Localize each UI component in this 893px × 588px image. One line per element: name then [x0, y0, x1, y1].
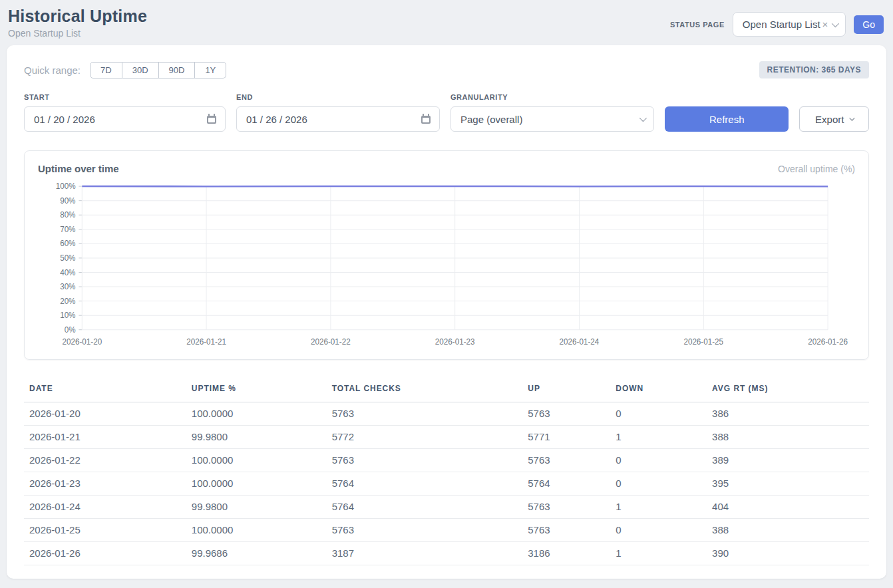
avg-rt-cell: 404 — [707, 496, 869, 519]
table-row: 2026-01-2499.9800576457631404 — [24, 496, 869, 519]
table-header-row: DATEUPTIME %TOTAL CHECKSUPDOWNAVG RT (MS… — [24, 377, 869, 402]
down-cell: 1 — [610, 496, 707, 519]
table-row: 2026-01-22100.0000576357630389 — [24, 449, 869, 472]
down-cell: 0 — [610, 449, 707, 472]
granularity-field: GRANULARITY Page (overall) — [450, 93, 654, 132]
status-page-selected-value: Open Startup List — [743, 19, 820, 30]
x-axis-label: 2026-01-25 — [683, 337, 723, 347]
quick-range-row: Quick range: 7D30D90D1Y RETENTION: 365 D… — [24, 61, 869, 78]
avg-rt-cell: 389 — [707, 449, 869, 472]
table-row: 2026-01-20100.0000576357630386 — [24, 402, 869, 426]
end-date-label: END — [236, 93, 440, 101]
calendar-icon[interactable] — [421, 116, 431, 124]
start-date-field: START 01 / 20 / 2026 — [24, 93, 226, 132]
down-cell: 0 — [610, 519, 707, 542]
column-header-uptime: UPTIME % — [186, 377, 327, 402]
quick-range-90d[interactable]: 90D — [159, 62, 196, 78]
retention-badge: RETENTION: 365 DAYS — [759, 61, 869, 78]
y-axis-label: 20% — [60, 296, 76, 305]
quick-range-1y[interactable]: 1Y — [195, 62, 226, 78]
up-cell: 5763 — [522, 519, 610, 542]
total-checks-cell: 5763 — [327, 519, 523, 542]
chart-title: Uptime over time — [38, 163, 119, 174]
date-cell: 2026-01-23 — [24, 472, 186, 496]
y-axis-label: 30% — [60, 282, 76, 291]
quick-range-group: Quick range: 7D30D90D1Y — [24, 62, 226, 78]
start-date-input[interactable]: 01 / 20 / 2026 — [24, 106, 226, 132]
table-row: 2026-01-25100.0000576357630388 — [24, 519, 869, 542]
y-axis-label: 60% — [60, 239, 76, 248]
uptime-table: DATEUPTIME %TOTAL CHECKSUPDOWNAVG RT (MS… — [24, 377, 869, 565]
column-header-down: DOWN — [610, 377, 707, 402]
refresh-button[interactable]: Refresh — [665, 106, 789, 132]
chevron-down-icon — [639, 114, 647, 122]
y-axis-label: 50% — [60, 253, 76, 263]
x-axis-label: 2026-01-23 — [435, 337, 475, 347]
uptime-cell: 99.9686 — [186, 542, 327, 565]
status-page-label: STATUS PAGE — [670, 21, 725, 29]
y-axis-label: 40% — [60, 267, 76, 277]
quick-range-7d[interactable]: 7D — [90, 62, 122, 78]
up-cell: 5763 — [522, 402, 610, 426]
uptime-cell: 99.9800 — [186, 426, 327, 449]
down-cell: 1 — [610, 426, 707, 449]
uptime-cell: 100.0000 — [186, 402, 327, 426]
quick-range-label: Quick range: — [24, 65, 81, 76]
avg-rt-cell: 386 — [707, 402, 869, 426]
y-axis-label: 70% — [60, 225, 76, 234]
down-cell: 0 — [610, 402, 707, 426]
uptime-cell: 99.9800 — [186, 496, 327, 519]
avg-rt-cell: 395 — [707, 472, 869, 496]
chart-legend: Overall uptime (%) — [778, 164, 855, 174]
quick-range-30d[interactable]: 30D — [122, 62, 159, 78]
up-cell: 5771 — [522, 426, 610, 449]
calendar-icon[interactable] — [207, 116, 216, 124]
date-cell: 2026-01-26 — [24, 542, 186, 565]
column-header-avg-rt: AVG RT (MS) — [707, 377, 869, 402]
column-header-total-checks: TOTAL CHECKS — [327, 377, 523, 402]
uptime-cell: 100.0000 — [186, 449, 327, 472]
y-axis-label: 80% — [60, 210, 76, 220]
total-checks-cell: 5763 — [327, 402, 523, 426]
export-button-label: Export — [815, 114, 844, 125]
y-axis-label: 100% — [56, 182, 76, 191]
quick-range-buttons: 7D30D90D1Y — [90, 62, 226, 78]
date-cell: 2026-01-20 — [24, 402, 186, 426]
up-cell: 3186 — [522, 542, 610, 565]
end-date-input[interactable]: 01 / 26 / 2026 — [236, 106, 440, 132]
x-axis-label: 2026-01-22 — [311, 337, 351, 347]
x-axis-label: 2026-01-20 — [62, 337, 102, 347]
chart-header: Uptime over time Overall uptime (%) — [38, 163, 855, 174]
start-date-label: START — [24, 93, 226, 101]
table-row: 2026-01-2199.9800577257711388 — [24, 426, 869, 449]
chevron-down-icon — [832, 19, 839, 27]
up-cell: 5763 — [522, 449, 610, 472]
clear-selection-icon[interactable]: × — [822, 19, 828, 30]
uptime-cell: 100.0000 — [186, 519, 327, 542]
page-header: Historical Uptime Open Startup List STAT… — [0, 0, 893, 45]
x-axis-label: 2026-01-26 — [808, 337, 848, 347]
page-title: Historical Uptime — [8, 7, 147, 26]
total-checks-cell: 5763 — [327, 449, 523, 472]
export-button[interactable]: Export — [799, 106, 869, 132]
y-axis-label: 0% — [65, 325, 76, 335]
chevron-down-icon — [850, 115, 855, 120]
avg-rt-cell: 388 — [707, 519, 869, 542]
date-cell: 2026-01-25 — [24, 519, 186, 542]
total-checks-cell: 5772 — [327, 426, 523, 449]
uptime-chart-svg: 0%10%20%30%40%50%60%70%80%90%100%2026-01… — [38, 178, 855, 353]
granularity-selected-value: Page (overall) — [460, 114, 522, 125]
uptime-cell: 100.0000 — [186, 472, 327, 496]
table-row: 2026-01-2699.9686318731861390 — [24, 542, 869, 565]
total-checks-cell: 3187 — [327, 542, 523, 565]
avg-rt-cell: 390 — [707, 542, 869, 565]
total-checks-cell: 5764 — [327, 472, 523, 496]
status-page-select[interactable]: Open Startup List × — [733, 12, 846, 37]
go-button[interactable]: Go — [854, 15, 884, 34]
granularity-select[interactable]: Page (overall) — [450, 106, 654, 132]
down-cell: 1 — [610, 542, 707, 565]
end-date-value: 01 / 26 / 2026 — [246, 114, 307, 125]
table-row: 2026-01-23100.0000576457640395 — [24, 472, 869, 496]
header-controls: STATUS PAGE Open Startup List × Go — [670, 12, 884, 37]
granularity-label: GRANULARITY — [450, 93, 654, 101]
